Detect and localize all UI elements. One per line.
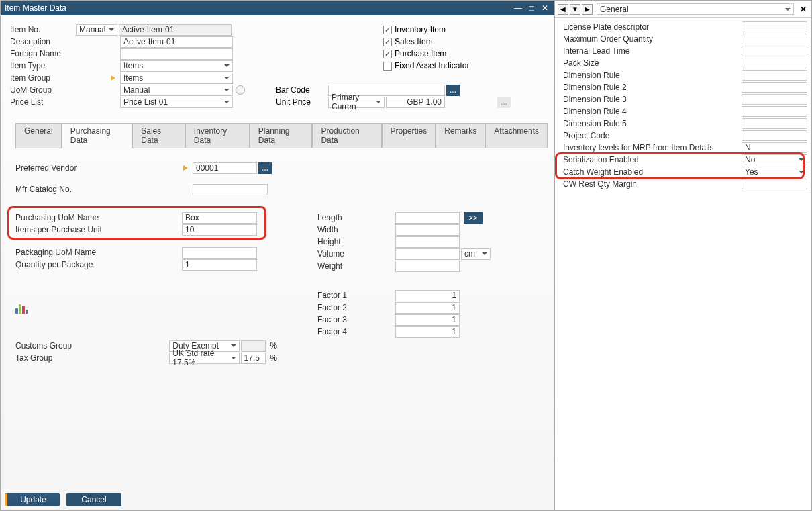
nav-prev-icon[interactable]: ◀ — [558, 4, 568, 15]
side-row-value[interactable]: N — [742, 142, 807, 153]
height-field[interactable] — [395, 236, 460, 248]
factor2-label: Factor 2 — [317, 303, 395, 312]
item-no-label: Item No. — [10, 25, 76, 34]
nav-down-icon[interactable]: ▼ — [570, 4, 580, 15]
mfr-catalog-field[interactable] — [193, 184, 268, 195]
side-close-icon[interactable]: ✕ — [798, 4, 809, 15]
maximize-icon[interactable]: □ — [526, 3, 537, 13]
weight-field[interactable] — [395, 261, 460, 272]
side-row: Dimension Rule 2 — [559, 81, 807, 93]
side-row-label: License Plate descriptor — [559, 22, 742, 32]
tab-purchasing[interactable]: Purchasing Data — [62, 123, 133, 148]
unit-price-field[interactable]: GBP 1.00 — [386, 97, 445, 108]
side-row-value[interactable] — [742, 106, 807, 117]
side-row-value[interactable]: No — [742, 154, 807, 165]
uom-group-select[interactable]: Manual — [120, 85, 233, 96]
volume-unit-select[interactable]: cm — [461, 248, 491, 260]
side-row-value[interactable] — [742, 46, 807, 56]
side-row: Dimension Rule — [559, 69, 807, 81]
price-list-select[interactable]: Price List 01 — [120, 97, 233, 108]
side-row-value[interactable] — [742, 58, 807, 68]
side-row-value[interactable]: Yes — [742, 167, 807, 177]
factor4-field[interactable]: 1 — [395, 326, 460, 338]
side-row-label: Dimension Rule 5 — [559, 119, 742, 128]
window-title: Item Master Data — [5, 3, 510, 13]
titlebar: Item Master Data — □ ✕ — [1, 1, 554, 15]
tab-general[interactable]: General — [15, 123, 62, 148]
foreign-name-label: Foreign Name — [10, 49, 120, 58]
item-no-mode-select[interactable]: Manual — [76, 24, 117, 36]
side-row-value[interactable] — [742, 82, 807, 93]
factor1-field[interactable]: 1 — [395, 290, 460, 301]
factor3-label: Factor 3 — [317, 315, 395, 324]
side-row-value[interactable] — [742, 70, 807, 81]
purchase-item-checkbox[interactable] — [383, 50, 392, 58]
tab-inventory[interactable]: Inventory Data — [185, 123, 250, 148]
side-row: Internal Lead Time — [559, 45, 807, 57]
inventory-item-checkbox[interactable] — [383, 26, 392, 34]
item-type-select[interactable]: Items — [120, 60, 233, 72]
item-no-field[interactable]: Active-Item-01 — [119, 24, 232, 36]
tab-attachments[interactable]: Attachments — [485, 123, 548, 148]
preferred-vendor-browse-button[interactable]: ... — [258, 162, 272, 174]
purchase-item-label: Purchase Item — [395, 49, 446, 58]
customs-pct-sign: % — [270, 341, 277, 351]
tab-sales[interactable]: Sales Data — [132, 123, 185, 148]
width-field[interactable] — [395, 224, 460, 236]
cancel-button[interactable]: Cancel — [66, 493, 121, 506]
customs-group-pct-field — [241, 340, 266, 352]
factor3-field[interactable]: 1 — [395, 314, 460, 326]
purchasing-uom-field[interactable]: Box — [182, 212, 257, 224]
fixed-asset-checkbox[interactable] — [383, 62, 392, 71]
side-row-value[interactable] — [742, 94, 807, 105]
side-row-value[interactable] — [742, 130, 807, 141]
tab-remarks[interactable]: Remarks — [436, 123, 485, 148]
item-group-select[interactable]: Items — [120, 73, 233, 84]
close-icon[interactable]: ✕ — [540, 3, 550, 13]
side-row: CW Rest Qty Margin — [559, 178, 807, 190]
side-row: Maximum Order Quantity — [559, 33, 807, 45]
length-field[interactable] — [395, 212, 460, 224]
side-row-label: Dimension Rule 4 — [559, 107, 742, 116]
side-row-value[interactable] — [742, 34, 807, 44]
preferred-vendor-link-icon[interactable] — [182, 163, 191, 173]
side-row-value[interactable] — [742, 21, 807, 32]
dimensions-go-button[interactable]: >> — [464, 212, 483, 224]
tab-planning[interactable]: Planning Data — [250, 123, 313, 148]
tax-group-pct-field[interactable]: 17.5 — [241, 353, 266, 364]
qty-per-package-field[interactable]: 1 — [182, 259, 257, 271]
update-button[interactable]: Update — [5, 493, 60, 506]
volume-label: Volume — [317, 249, 395, 259]
unit-price-more-button[interactable]: ... — [497, 97, 511, 108]
packaging-uom-field[interactable] — [182, 247, 257, 259]
side-row-value[interactable] — [742, 179, 807, 189]
minimize-icon[interactable]: — — [513, 3, 523, 13]
foreign-name-field[interactable] — [120, 48, 233, 60]
nav-next-icon[interactable]: ▶ — [582, 4, 593, 15]
factor2-field[interactable]: 1 — [395, 302, 460, 314]
price-list-label: Price List — [10, 97, 120, 107]
sales-item-checkbox[interactable] — [383, 38, 392, 46]
tab-production[interactable]: Production Data — [312, 123, 381, 148]
item-group-label: Item Group — [10, 73, 109, 83]
item-group-link-icon[interactable] — [109, 73, 119, 83]
chart-icon[interactable] — [15, 303, 29, 314]
volume-field[interactable] — [395, 248, 460, 260]
barcode-browse-button[interactable]: ... — [446, 85, 460, 96]
tab-strip: General Purchasing Data Sales Data Inven… — [15, 123, 548, 148]
uom-group-label: UoM Group — [10, 85, 120, 95]
tax-group-select[interactable]: UK Std rate 17.5% — [169, 353, 239, 364]
side-row: Catch Weight EnabledYes — [559, 166, 807, 178]
unit-price-currency-select[interactable]: Primary Curren — [328, 97, 385, 108]
side-row-label: Serialization Enabled — [559, 155, 742, 165]
side-row-label: Dimension Rule 3 — [559, 95, 742, 104]
side-row-value[interactable] — [742, 118, 807, 129]
side-row: License Plate descriptor — [559, 21, 807, 33]
tab-properties[interactable]: Properties — [382, 123, 436, 148]
items-per-purchase-field[interactable]: 10 — [182, 224, 257, 236]
uom-group-info-icon[interactable] — [236, 85, 245, 95]
preferred-vendor-field[interactable]: 00001 — [193, 162, 257, 174]
side-category-select[interactable]: General — [597, 3, 794, 15]
preferred-vendor-label: Preferred Vendor — [15, 163, 182, 173]
description-field[interactable]: Active-Item-01 — [120, 36, 233, 48]
